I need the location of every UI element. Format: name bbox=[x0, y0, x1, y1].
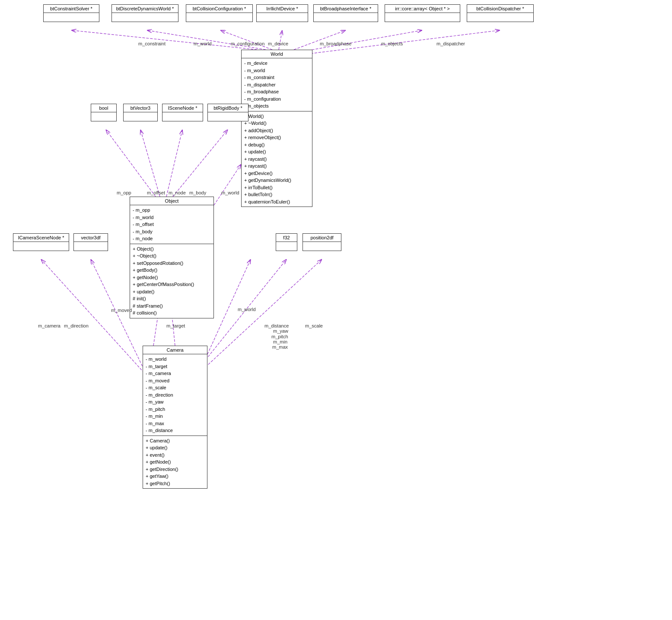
World-box: World - m_device - m_world - m_constrain… bbox=[241, 50, 312, 207]
label-m_opp: m_opp bbox=[117, 190, 131, 195]
label-m_world-top: m_world bbox=[194, 41, 212, 46]
label-m_objects: m_objects bbox=[381, 41, 403, 46]
btDiscreteDynamicsWorld-title: btDiscreteDynamicsWorld * bbox=[112, 5, 178, 13]
svg-line-1 bbox=[147, 30, 266, 50]
label-m_configuration: m_configuration bbox=[231, 41, 264, 46]
btBroadphaseInterface-empty bbox=[314, 13, 378, 22]
btRigidBody-empty bbox=[208, 112, 248, 121]
label-m_distance: m_distance bbox=[264, 323, 289, 328]
ISceneNode-box: ISceneNode * bbox=[162, 104, 203, 121]
btVector3-empty bbox=[124, 112, 157, 121]
label-m_world-cam: m_world bbox=[238, 307, 256, 312]
svg-line-7 bbox=[106, 130, 156, 197]
bool-title: bool bbox=[91, 104, 116, 112]
Object-title: Object bbox=[130, 197, 213, 205]
svg-line-5 bbox=[300, 30, 422, 52]
btVector3-title: btVector3 bbox=[124, 104, 157, 112]
position2df-box: position2df bbox=[303, 233, 341, 251]
svg-line-11 bbox=[214, 164, 241, 205]
label-m_device: m_device bbox=[268, 41, 288, 46]
vector3df-empty bbox=[74, 242, 108, 251]
btConstraintSolver-empty bbox=[44, 13, 99, 22]
World-methods: + World() + ~World() + addObject() + rem… bbox=[242, 111, 312, 207]
diagram: btConstraintSolver * btDiscreteDynamicsW… bbox=[0, 0, 672, 620]
label-m_broadphase: m_broadphase bbox=[320, 41, 351, 46]
vector3df-title: vector3df bbox=[74, 234, 108, 242]
irrArray-empty bbox=[385, 13, 460, 22]
btRigidBody-box: btRigidBody * bbox=[207, 104, 248, 121]
btConstraintSolver-box: btConstraintSolver * bbox=[43, 4, 99, 22]
label-m_pitch: m_pitch bbox=[271, 334, 288, 339]
btCollisionConfiguration-empty bbox=[186, 13, 252, 22]
label-m_moved: m_moved bbox=[111, 308, 132, 313]
svg-line-3 bbox=[279, 30, 282, 50]
World-attrs: - m_device - m_world - m_constraint - m_… bbox=[242, 58, 312, 111]
btDiscreteDynamicsWorld-empty bbox=[112, 13, 178, 22]
btVector3-box: btVector3 bbox=[123, 104, 158, 121]
label-m_target: m_target bbox=[166, 323, 185, 328]
label-m_scale: m_scale bbox=[305, 323, 323, 328]
f32-title: f32 bbox=[276, 234, 297, 242]
btCollisionConfiguration-box: btCollisionConfiguration * bbox=[186, 4, 253, 22]
svg-line-0 bbox=[71, 30, 257, 50]
ICameraSceneNode-title: ICameraSceneNode * bbox=[13, 234, 69, 242]
Object-methods: + Object() + ~Object() + setOpposedRotat… bbox=[130, 244, 213, 318]
Object-box: Object - m_opp - m_world - m_offset - m_… bbox=[130, 197, 214, 318]
irrArray-box: irr::core::array< Object * > bbox=[385, 4, 460, 22]
World-title: World bbox=[242, 50, 312, 58]
bool-box: bool bbox=[91, 104, 117, 121]
svg-line-9 bbox=[166, 130, 182, 197]
Camera-title: Camera bbox=[143, 346, 207, 354]
Camera-methods: + Camera() + update() + event() + getNod… bbox=[143, 436, 207, 489]
btBroadphaseInterface-title: btBroadphaseInterface * bbox=[314, 5, 378, 13]
label-m_min: m_min bbox=[273, 339, 287, 344]
svg-line-10 bbox=[173, 130, 228, 197]
ICameraSceneNode-empty bbox=[13, 242, 69, 251]
btCollisionDispatcher-title: btCollisionDispatcher * bbox=[467, 5, 533, 13]
IrrllichtDevice-title: IrrllichtDevice * bbox=[257, 5, 308, 13]
arrows-svg bbox=[0, 0, 672, 620]
label-m_dispatcher: m_dispatcher bbox=[436, 41, 465, 46]
f32-empty bbox=[276, 242, 297, 251]
btCollisionDispatcher-box: btCollisionDispatcher * bbox=[467, 4, 534, 22]
label-m_camera: m_camera bbox=[38, 323, 61, 328]
Camera-attrs: - m_world - m_target - m_camera - m_move… bbox=[143, 354, 207, 436]
label-m_constraint: m_constraint bbox=[138, 41, 166, 46]
svg-line-18 bbox=[205, 259, 322, 367]
f32-box: f32 bbox=[276, 233, 297, 251]
IrrllichtDevice-box: IrrllichtDevice * bbox=[256, 4, 308, 22]
label-m_direction: m_direction bbox=[64, 323, 89, 328]
label-m_body: m_body bbox=[189, 190, 206, 195]
Object-attrs: - m_opp - m_world - m_offset - m_body - … bbox=[130, 205, 213, 244]
ICameraSceneNode-box: ICameraSceneNode * bbox=[13, 233, 69, 251]
label-m_offset: m_offset bbox=[147, 190, 165, 195]
label-m_node: m_node bbox=[169, 190, 186, 195]
label-m_yaw: m_yaw bbox=[273, 328, 288, 334]
svg-line-4 bbox=[294, 30, 346, 50]
irrArray-title: irr::core::array< Object * > bbox=[385, 5, 460, 13]
btBroadphaseInterface-box: btBroadphaseInterface * bbox=[313, 4, 378, 22]
bool-empty bbox=[91, 112, 116, 121]
IrrllichtDevice-empty bbox=[257, 13, 308, 22]
svg-line-2 bbox=[220, 30, 272, 50]
btRigidBody-title: btRigidBody * bbox=[208, 104, 248, 112]
label-m_world-obj: m_world bbox=[221, 190, 239, 195]
vector3df-box: vector3df bbox=[73, 233, 108, 251]
ISceneNode-title: ISceneNode * bbox=[162, 104, 203, 112]
position2df-title: position2df bbox=[303, 234, 341, 242]
btConstraintSolver-title: btConstraintSolver * bbox=[44, 5, 99, 13]
label-m_max: m_max bbox=[272, 344, 288, 350]
Camera-box: Camera - m_world - m_target - m_camera -… bbox=[143, 346, 207, 489]
position2df-empty bbox=[303, 242, 341, 251]
ISceneNode-empty bbox=[162, 112, 203, 121]
btCollisionDispatcher-empty bbox=[467, 13, 533, 22]
btCollisionConfiguration-title: btCollisionConfiguration * bbox=[186, 5, 252, 13]
svg-line-8 bbox=[140, 130, 160, 197]
btDiscreteDynamicsWorld-box: btDiscreteDynamicsWorld * bbox=[111, 4, 178, 22]
